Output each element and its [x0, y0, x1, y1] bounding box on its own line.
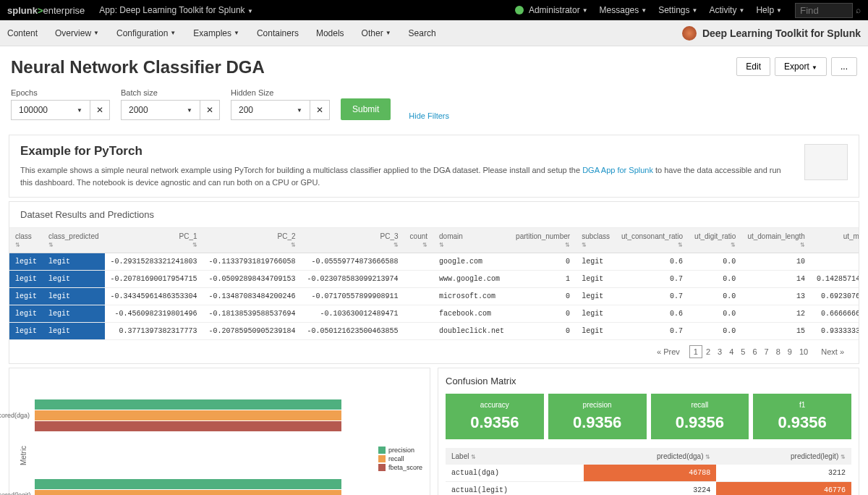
hidden-clear[interactable]: ✕ — [310, 100, 330, 120]
metric-recall: recall0.9356 — [651, 394, 749, 439]
chart-legend: precisionrecallfbeta_score — [378, 445, 422, 473]
batch-clear[interactable]: ✕ — [200, 100, 220, 120]
metric-accuracy: accuracy0.9356 — [446, 394, 544, 439]
page-8[interactable]: 8 — [773, 346, 784, 358]
cell-domain: facebook.com — [433, 305, 510, 323]
chart-y-label: Metric — [20, 445, 28, 465]
export-button[interactable]: Export ▼ — [775, 57, 827, 76]
col-class[interactable]: class⇅ — [9, 228, 43, 253]
batch-select[interactable]: 2000▼ — [121, 100, 200, 120]
nav-examples[interactable]: Examples ▼ — [193, 28, 239, 38]
user-menu[interactable]: Administrator ▼ — [515, 5, 588, 15]
nav-models[interactable]: Models — [316, 28, 344, 38]
messages-menu[interactable]: Messages ▼ — [600, 5, 647, 15]
search-icon[interactable]: ⌕ — [856, 5, 861, 15]
edit-button[interactable]: Edit — [736, 57, 770, 76]
confusion-row: actual(legit)322446776 — [446, 482, 851, 496]
hidden-label: Hidden Size — [231, 88, 330, 97]
app-title-text: Deep Learning Toolkit for Splunk — [702, 28, 861, 39]
page-9[interactable]: 9 — [784, 346, 796, 358]
page-3[interactable]: 3 — [714, 346, 726, 358]
cell-PC_3: -0.103630012489471 — [302, 305, 404, 323]
logo-text: splunk — [7, 5, 38, 16]
bar-recall — [35, 490, 341, 495]
nav-content[interactable]: Content — [7, 28, 38, 38]
nav-overview[interactable]: Overview ▼ — [55, 28, 99, 38]
col-count[interactable]: count⇅ — [404, 228, 433, 253]
conf-pred-dga: 46788 — [584, 465, 716, 482]
nav-search[interactable]: Search — [409, 28, 436, 38]
epochs-clear[interactable]: ✕ — [90, 100, 110, 120]
cell-ut_digit_ratio: 0.0 — [689, 253, 741, 271]
col-PC_2[interactable]: PC_2⇅ — [203, 228, 302, 253]
prev-page[interactable]: « Prev — [653, 346, 684, 358]
cell-ut_domain_length: 10 — [741, 253, 811, 271]
nav-configuration[interactable]: Configuration ▼ — [116, 28, 176, 38]
page-4[interactable]: 4 — [726, 346, 737, 358]
dga-app-link[interactable]: DGA App for Splunk — [582, 166, 653, 174]
cell-ut_consonant_ratio: 0.6 — [616, 305, 689, 323]
conf-pred-dga: 3224 — [584, 482, 716, 496]
hide-filters-link[interactable]: Hide Filters — [409, 111, 449, 120]
cell-ut_meaning_ratio: 0.6923076923076923 — [811, 288, 859, 305]
col-PC_3[interactable]: PC_3⇅ — [302, 228, 404, 253]
cell-count — [404, 288, 433, 305]
conf-col-label[interactable]: Label ⇅ — [446, 448, 584, 465]
app-navbar: Content Overview ▼ Configuration ▼ Examp… — [0, 20, 868, 46]
table-row: legitlegit-0.20781690017954715-0.0509289… — [9, 271, 859, 288]
cell-ut_digit_ratio: 0.0 — [689, 323, 741, 340]
app-logo-icon — [682, 26, 697, 41]
col-ut_domain_length[interactable]: ut_domain_length⇅ — [741, 228, 811, 253]
nav-other[interactable]: Other ▼ — [362, 28, 391, 38]
pagination: « Prev 12345678910 Next » — [9, 340, 859, 363]
activity-menu[interactable]: Activity ▼ — [709, 5, 744, 15]
conf-label: actual(dga) — [446, 465, 584, 482]
cell-count — [404, 305, 433, 323]
page-7[interactable]: 7 — [761, 346, 773, 358]
col-ut_digit_ratio[interactable]: ut_digit_ratio⇅ — [689, 228, 741, 253]
cell-class_predicted: legit — [43, 271, 104, 288]
cell-PC_2: -0.18138539588537694 — [203, 305, 302, 323]
cell-subclass: legit — [576, 288, 616, 305]
metric-f1: f10.9356 — [753, 394, 851, 439]
col-class_predicted[interactable]: class_predicted⇅ — [43, 228, 104, 253]
app-selector[interactable]: App: Deep Learning Toolkit for Splunk ▼ — [99, 5, 253, 15]
settings-menu[interactable]: Settings ▼ — [658, 5, 697, 15]
help-menu[interactable]: Help ▼ — [756, 5, 782, 15]
dataset-title: Dataset Results and Predictions — [9, 202, 859, 228]
cell-ut_digit_ratio: 0.0 — [689, 288, 741, 305]
next-page[interactable]: Next » — [817, 346, 848, 358]
cell-partition_number: 0 — [510, 288, 576, 305]
col-ut_consonant_ratio[interactable]: ut_consonant_ratio⇅ — [616, 228, 689, 253]
cell-ut_digit_ratio: 0.0 — [689, 305, 741, 323]
find-input[interactable] — [795, 3, 853, 18]
col-subclass[interactable]: subclass⇅ — [576, 228, 616, 253]
more-button[interactable]: ... — [831, 57, 857, 76]
submit-button[interactable]: Submit — [341, 98, 391, 120]
table-row: legitlegit-0.34345961486353304-0.1348708… — [9, 288, 859, 305]
page-2[interactable]: 2 — [702, 346, 714, 358]
dataset-table: class⇅class_predicted⇅PC_1⇅PC_2⇅PC_3⇅cou… — [9, 228, 859, 340]
page-10[interactable]: 10 — [796, 346, 812, 358]
page-1[interactable]: 1 — [689, 345, 702, 358]
page-6[interactable]: 6 — [749, 346, 760, 358]
confusion-matrix-panel: Confusion Matrix accuracy0.9356precision… — [438, 368, 859, 495]
conf-col-pred-dga[interactable]: predicted(dga) ⇅ — [584, 448, 716, 465]
page-5[interactable]: 5 — [737, 346, 749, 358]
col-PC_1[interactable]: PC_1⇅ — [105, 228, 203, 253]
col-ut_meaning_ratio[interactable]: ut_meaning_ratio⇅ — [811, 228, 859, 253]
cell-PC_2: -0.05092898434709153 — [203, 271, 302, 288]
col-partition_number[interactable]: partition_number⇅ — [510, 228, 576, 253]
legend-fbeta_score: fbeta_score — [378, 464, 422, 471]
conf-col-pred-legit[interactable]: predicted(legit) ⇅ — [716, 448, 851, 465]
nav-containers[interactable]: Containers — [257, 28, 299, 38]
bar-precision — [35, 479, 341, 489]
activity-label: Activity — [709, 5, 736, 15]
cell-PC_3: -0.07170557899908911 — [302, 288, 404, 305]
hidden-select[interactable]: 200▼ — [231, 100, 310, 120]
cell-domain: microsoft.com — [433, 288, 510, 305]
epochs-select[interactable]: 100000▼ — [11, 100, 90, 120]
cell-domain: doubleclick.net — [433, 323, 510, 340]
col-domain[interactable]: domain⇅ — [433, 228, 510, 253]
cell-PC_3: -0.05559774873666588 — [302, 253, 404, 271]
